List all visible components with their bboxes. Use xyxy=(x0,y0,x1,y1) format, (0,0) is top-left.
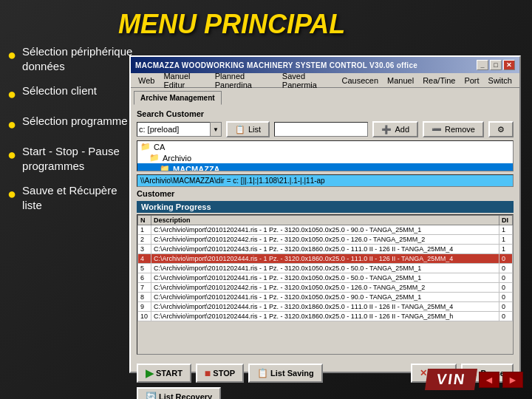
menu-item-programme[interactable]: ● Sélection programme xyxy=(7,114,137,134)
cell-desc: C:\Archivio\import\20101202441.ris - 1 P… xyxy=(151,273,499,283)
cell-n: 6 xyxy=(138,273,151,283)
col-header-di: DI xyxy=(499,216,513,225)
tree-item-ca[interactable]: 📁 CA xyxy=(137,141,513,152)
tab-archive-management[interactable]: Archive Management xyxy=(134,91,222,105)
table-row[interactable]: 9 C:\Archivio\import\20101202444.ris - 1… xyxy=(138,302,513,312)
menu-web[interactable]: Web xyxy=(134,75,159,86)
menu-port[interactable]: Port xyxy=(460,75,483,86)
numero-risultati-input[interactable] xyxy=(274,122,368,137)
prev-button[interactable]: ◄ xyxy=(479,372,499,388)
left-menu: ● Sélection périphérique données ● Sélec… xyxy=(7,44,137,222)
stop-icon: ■ xyxy=(205,367,211,379)
cell-di: 0 xyxy=(499,293,513,302)
table-row[interactable]: 1 C:\Archivio\import\20101202441.ris - 1… xyxy=(138,225,513,235)
cell-di: 1 xyxy=(499,235,513,245)
cell-n: 9 xyxy=(138,302,151,312)
window-controls: _ □ ✕ xyxy=(477,60,515,70)
table-row[interactable]: 8 C:\Archivio\import\20101202441.ris - 1… xyxy=(138,293,513,302)
dialog-menubar: Web Manuel Editur Planned Panerdina Save… xyxy=(131,73,519,88)
cell-n: 2 xyxy=(138,235,151,245)
remove-button[interactable]: ➖ Remove xyxy=(423,121,484,137)
working-progress-header: Working Progress xyxy=(137,201,514,213)
cell-n: 8 xyxy=(138,293,151,302)
menu-text-sauve: Sauve et Récupère liste xyxy=(22,183,137,212)
cell-di: 0 xyxy=(499,302,513,312)
menu-causecen[interactable]: Causecen xyxy=(338,75,383,86)
cell-n: 3 xyxy=(138,245,151,254)
cell-desc: C:\Archivio\import\20101202444.ris - 1 P… xyxy=(151,302,499,312)
menu-text-peripherique: Sélection périphérique données xyxy=(22,44,137,73)
cell-desc: C:\Archivio\import\20101202444.ris - 1 P… xyxy=(151,254,499,264)
page-title: MENU PRINCIPAL xyxy=(118,9,345,40)
cell-n: 1 xyxy=(138,225,151,235)
minimize-button[interactable]: _ xyxy=(477,60,488,70)
preload-combo[interactable]: c: [preload] xyxy=(137,122,211,137)
cell-n: 5 xyxy=(138,264,151,273)
remove-icon: ➖ xyxy=(432,125,442,134)
folder-icon-macmazza: 📁 xyxy=(160,164,170,171)
tree-item-archivio[interactable]: 📁 Archivio xyxy=(137,152,513,163)
menu-item-sauve[interactable]: ● Sauve et Récupère liste xyxy=(7,183,137,212)
start-button[interactable]: ▶ START xyxy=(137,364,191,383)
menu-manuel[interactable]: Manuel Editur xyxy=(159,71,210,90)
cell-desc: C:\Archivio\import\20101202442.ris - 1 P… xyxy=(151,235,499,245)
combo-arrow-icon[interactable]: ▼ xyxy=(210,122,222,137)
dialog-tabs: Archive Management xyxy=(131,88,519,105)
next-button[interactable]: ► xyxy=(502,372,523,388)
list-recovery-button[interactable]: 🔄 List Recovery xyxy=(137,387,221,399)
menu-text-client: Sélection client xyxy=(22,83,97,98)
col-header-description: Description xyxy=(151,216,499,225)
table-row[interactable]: 4 C:\Archivio\import\20101202444.ris - 1… xyxy=(138,254,513,264)
vin-logo: VIN xyxy=(425,369,477,390)
cell-n: 7 xyxy=(138,283,151,293)
close-button[interactable]: ✕ xyxy=(503,60,515,70)
add-icon: ➕ xyxy=(381,125,392,134)
cell-di: 0 xyxy=(499,254,513,264)
list-button[interactable]: 📋 List xyxy=(226,121,270,137)
menu-manuel2[interactable]: Manuel xyxy=(383,75,418,86)
data-table-container[interactable]: N Description DI 1 C:\Archivio\import\20… xyxy=(137,214,514,355)
settings-button[interactable]: ⚙ xyxy=(488,121,514,137)
bullet-icon-2: ● xyxy=(7,84,16,103)
table-row[interactable]: 3 C:\Archivio\import\20101202443.ris - 1… xyxy=(138,245,513,254)
cell-n: 4 xyxy=(138,254,151,264)
cell-di: 0 xyxy=(499,273,513,283)
menu-text-start-stop: Start - Stop - Pause programmes xyxy=(22,144,137,173)
table-row[interactable]: 7 C:\Archivio\import\20101202442.ris - 1… xyxy=(138,283,513,293)
table-row[interactable]: 6 C:\Archivio\import\20101202441.ris - 1… xyxy=(138,273,513,283)
col-header-n: N xyxy=(138,216,151,225)
list-icon: 📋 xyxy=(235,125,245,134)
folder-icon-archivio: 📁 xyxy=(149,153,160,163)
list-saving-icon: 📋 xyxy=(257,368,268,378)
table-row[interactable]: 2 C:\Archivio\import\20101202442.ris - 1… xyxy=(138,235,513,245)
cell-desc: C:\Archivio\import\20101202444.ris - 1 P… xyxy=(151,312,499,321)
combo-container: c: [preload] ▼ xyxy=(137,122,222,137)
menu-saved[interactable]: Saved Panermia xyxy=(278,71,338,90)
menu-item-start-stop[interactable]: ● Start - Stop - Pause programmes xyxy=(7,144,137,173)
menu-item-peripherique[interactable]: ● Sélection périphérique données xyxy=(7,44,137,73)
cell-desc: C:\Archivio\import\20101202441.ris - 1 P… xyxy=(151,225,499,235)
file-tree: 📁 CA 📁 Archivio 📁 MACMAZZA xyxy=(137,140,514,171)
customer-label: Customer xyxy=(137,189,514,198)
cell-desc: C:\Archivio\import\20101202443.ris - 1 P… xyxy=(151,245,499,254)
cell-desc: C:\Archivio\import\20101202442.ris - 1 P… xyxy=(151,283,499,293)
table-row[interactable]: 5 C:\Archivio\import\20101202441.ris - 1… xyxy=(138,264,513,273)
menu-switch[interactable]: Switch xyxy=(484,75,516,86)
table-row[interactable]: 10 C:\Archivio\import\20101202444.ris - … xyxy=(138,312,513,321)
menu-reatine[interactable]: Rea/Tine xyxy=(418,75,460,86)
list-recovery-icon: 🔄 xyxy=(146,392,157,399)
menu-item-client[interactable]: ● Sélection client xyxy=(7,83,137,103)
bullet-icon-3: ● xyxy=(7,115,16,134)
tree-item-macmazza[interactable]: 📁 MACMAZZA xyxy=(137,163,513,171)
menu-planned[interactable]: Planned Panerdina xyxy=(211,71,278,90)
cell-desc: C:\Archivio\import\20101202441.ris - 1 P… xyxy=(151,264,499,273)
menu-text-programme: Sélection programme xyxy=(22,114,128,129)
maximize-button[interactable]: □ xyxy=(490,60,502,70)
search-row: Search Customer xyxy=(137,109,514,118)
cell-n: 10 xyxy=(138,312,151,321)
list-saving-button[interactable]: 📋 List Saving xyxy=(248,364,323,383)
stop-button[interactable]: ■ STOP xyxy=(196,364,244,383)
cell-di: 0 xyxy=(499,312,513,321)
add-button[interactable]: ➕ Add xyxy=(372,121,418,137)
cell-di: 1 xyxy=(499,225,513,235)
